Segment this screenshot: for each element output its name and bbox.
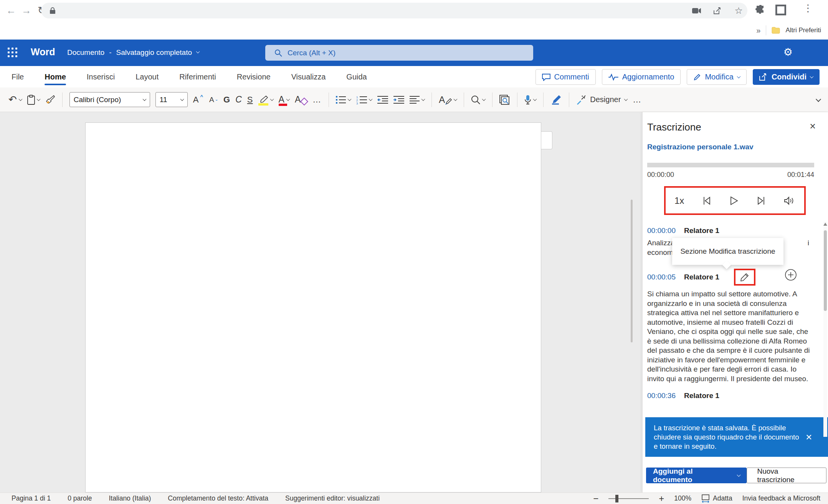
chevron-down-icon[interactable]: [533, 97, 537, 101]
designer-button[interactable]: Designer: [576, 95, 627, 105]
entry-timestamp[interactable]: 00:00:00: [647, 226, 676, 235]
notification-close-icon[interactable]: ×: [806, 432, 812, 443]
alignment-button[interactable]: [410, 96, 425, 104]
playback-speed-button[interactable]: 1x: [674, 195, 684, 206]
bookmark-star-icon[interactable]: ☆: [734, 5, 743, 16]
browser-profile-icon[interactable]: [775, 5, 786, 15]
search-input[interactable]: Cerca (Alt + X): [265, 45, 533, 61]
word-count[interactable]: 0 parole: [68, 494, 92, 502]
zoom-slider-thumb[interactable]: [615, 495, 618, 502]
share-icon[interactable]: [714, 7, 722, 15]
bullet-list-button[interactable]: [336, 96, 351, 104]
settings-gear-icon[interactable]: ⚙: [783, 46, 793, 58]
document-name[interactable]: Documento: [67, 48, 104, 57]
next-button[interactable]: [756, 196, 766, 206]
numbered-list-button[interactable]: 123: [356, 95, 372, 104]
text-completion-status[interactable]: Completamento del testo: Attivata: [168, 494, 268, 502]
document-title-group[interactable]: Documento - Salvataggio completato: [67, 48, 199, 57]
browser-menu-icon[interactable]: ⋮: [803, 2, 813, 14]
editor-button[interactable]: [550, 95, 562, 105]
decrease-indent-button[interactable]: [377, 96, 388, 104]
tab-inserisci[interactable]: Inserisci: [87, 66, 115, 88]
dictate-button[interactable]: [524, 95, 536, 105]
format-painter-button[interactable]: [45, 95, 55, 105]
previous-button[interactable]: [702, 196, 712, 206]
camera-icon[interactable]: [692, 8, 701, 14]
find-button[interactable]: [471, 95, 485, 104]
save-status[interactable]: Salvataggio completato: [116, 48, 192, 57]
chevron-down-icon[interactable]: [624, 97, 628, 101]
tab-home[interactable]: Home: [45, 66, 66, 88]
tab-file[interactable]: File: [12, 66, 24, 88]
page-indicator[interactable]: Pagina 1 di 1: [12, 494, 51, 502]
clear-formatting-button[interactable]: A: [295, 94, 307, 105]
chevron-down-icon[interactable]: [421, 97, 425, 101]
tab-riferimenti[interactable]: Riferimenti: [179, 66, 216, 88]
paste-button[interactable]: [27, 95, 40, 105]
undo-button[interactable]: ↶: [8, 94, 22, 106]
zoom-out-icon[interactable]: −: [593, 493, 598, 504]
chevron-down-icon[interactable]: [286, 97, 290, 101]
zoom-in-icon[interactable]: +: [659, 493, 664, 504]
new-transcription-button[interactable]: Nuova trascrizione: [747, 468, 826, 483]
edit-transcript-pencil-annotated[interactable]: [734, 269, 755, 286]
highlight-button[interactable]: [258, 95, 273, 104]
shrink-font-button[interactable]: Aˇ: [209, 96, 218, 104]
document-scrollbar[interactable]: [631, 200, 633, 342]
share-button[interactable]: Condividi: [753, 69, 820, 85]
language-indicator[interactable]: Italiano (Italia): [109, 494, 151, 502]
play-button[interactable]: [729, 196, 739, 206]
add-to-document-button[interactable]: Aggiungi al documento: [646, 468, 747, 483]
zoom-level[interactable]: 100%: [674, 494, 691, 502]
bookmarks-folder-label[interactable]: Altri Preferiti: [785, 26, 821, 34]
more-formatting-button[interactable]: …: [312, 95, 322, 105]
browser-back-icon[interactable]: ←: [6, 0, 16, 21]
tab-guida[interactable]: Guida: [346, 66, 367, 88]
font-size-select[interactable]: 11: [155, 92, 188, 107]
chevron-down-icon[interactable]: [369, 97, 373, 101]
entry-text[interactable]: Si chiama un impatto sul settore automot…: [647, 289, 810, 383]
scroll-up-icon[interactable]: [823, 223, 827, 226]
editor-suggestions-status[interactable]: Suggerimenti editor: visualizzati: [285, 494, 380, 502]
audio-progress-bar[interactable]: [647, 163, 814, 167]
font-color-button[interactable]: A: [279, 94, 289, 105]
chevron-down-icon[interactable]: [18, 97, 22, 101]
transcript-entry[interactable]: 00:00:36 Relatore 1: [647, 392, 719, 400]
catch-up-button[interactable]: Aggiornamento: [602, 69, 681, 85]
fit-width-button[interactable]: Adatta: [701, 494, 732, 503]
styles-button[interactable]: A: [439, 94, 457, 105]
collapse-ribbon-chevron-icon[interactable]: [816, 96, 821, 102]
immersive-reader-button[interactable]: [499, 95, 510, 105]
recording-file-link[interactable]: Registrazione personale 1.wav: [647, 143, 754, 151]
tab-visualizza[interactable]: Visualizza: [291, 66, 326, 88]
comment-flag[interactable]: [541, 131, 552, 149]
add-section-plus-icon[interactable]: [785, 269, 797, 281]
entry-timestamp[interactable]: 00:00:05: [647, 273, 676, 281]
browser-forward-icon[interactable]: →: [21, 0, 31, 21]
chevron-down-icon[interactable]: [454, 97, 458, 101]
entry-timestamp[interactable]: 00:00:36: [647, 392, 676, 400]
increase-indent-button[interactable]: [393, 96, 404, 104]
more-commands-button[interactable]: …: [633, 95, 642, 105]
panel-scrollbar[interactable]: [823, 222, 827, 437]
zoom-slider[interactable]: [608, 498, 649, 499]
italic-button[interactable]: C: [235, 94, 242, 105]
font-name-select[interactable]: Calibri (Corpo): [69, 92, 150, 107]
chevron-down-icon[interactable]: [270, 97, 274, 101]
extensions-icon[interactable]: [755, 5, 765, 15]
chevron-down-icon[interactable]: [36, 97, 40, 101]
browser-address-bar[interactable]: ☆: [41, 3, 747, 18]
tab-revisione[interactable]: Revisione: [237, 66, 271, 88]
bookmarks-overflow-icon[interactable]: »: [756, 26, 760, 35]
chevron-down-icon[interactable]: [348, 97, 352, 101]
scrollbar-thumb[interactable]: [824, 230, 827, 311]
underline-button[interactable]: S: [247, 95, 253, 105]
volume-icon[interactable]: [784, 196, 795, 206]
panel-close-icon[interactable]: ×: [810, 121, 816, 132]
app-name[interactable]: Word: [31, 46, 55, 58]
comments-button[interactable]: Commenti: [535, 69, 596, 85]
feedback-link[interactable]: Invia feedback a Microsoft: [742, 494, 820, 502]
grow-font-button[interactable]: A^: [193, 95, 204, 105]
tab-layout[interactable]: Layout: [136, 66, 159, 88]
app-launcher-icon[interactable]: [8, 48, 17, 57]
